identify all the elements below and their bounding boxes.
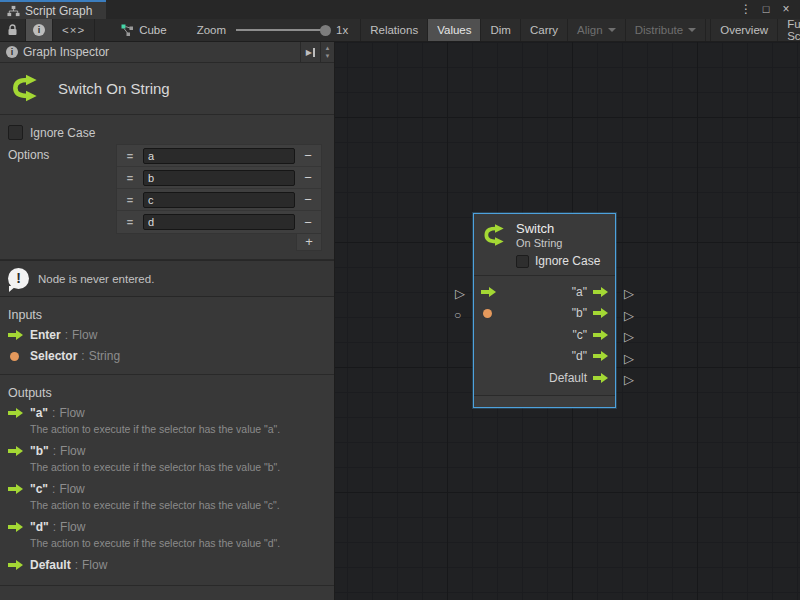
output-port-icon[interactable]	[593, 287, 608, 297]
output-row-d: "d" : Flow	[0, 516, 334, 537]
options-list: = − = − = − =	[116, 144, 322, 251]
chevron-down-icon	[608, 28, 616, 32]
value-port-icon	[10, 352, 19, 361]
remove-option-button[interactable]: −	[295, 148, 321, 163]
output-connection-stub-b[interactable]: ▷	[624, 309, 634, 322]
ignore-case-checkbox[interactable]	[516, 255, 529, 268]
port-row-default: Default	[474, 367, 615, 389]
scroll-down-icon[interactable]: ▼	[325, 53, 331, 59]
tab-label: Script Graph	[25, 4, 92, 18]
port-row-a: "a"	[474, 281, 615, 303]
unit-title-block: Switch On String	[0, 63, 334, 115]
output-connection-stub-c[interactable]: ▷	[624, 330, 634, 343]
values-button[interactable]: Values	[428, 19, 481, 41]
fullscreen-button[interactable]: Full Screen	[778, 19, 800, 41]
maximize-icon[interactable]: □	[758, 0, 774, 19]
options-row: Options = − = − =	[8, 144, 322, 251]
switch-on-string-node[interactable]: Switch On String Ignore Case "a"	[473, 213, 616, 408]
zoom-slider-track	[236, 29, 328, 31]
output-desc: The action to execute if the selector ha…	[0, 461, 334, 478]
unit-title: Switch On String	[58, 80, 170, 97]
remove-option-button[interactable]: −	[295, 215, 321, 230]
distribute-dropdown[interactable]: Distribute	[626, 19, 707, 41]
lock-button[interactable]	[0, 19, 26, 41]
dim-button[interactable]: Dim	[481, 19, 520, 41]
flow-port-icon	[8, 560, 23, 570]
output-desc: The action to execute if the selector ha…	[0, 499, 334, 516]
node-footer	[474, 395, 615, 407]
option-input[interactable]	[143, 192, 295, 208]
option-input[interactable]	[143, 170, 295, 186]
script-graph-window: Script Graph ⋮ □ × i <×>	[0, 0, 800, 600]
inspector-toggle-button[interactable]: i	[26, 19, 53, 41]
output-desc: The action to execute if the selector ha…	[0, 537, 334, 554]
output-connection-stub-a[interactable]: ▷	[624, 287, 634, 300]
node-subtitle: On String	[516, 237, 562, 249]
output-port-icon[interactable]	[593, 308, 608, 318]
output-port-icon[interactable]	[593, 330, 608, 340]
port-row-b: "b"	[474, 303, 615, 325]
output-row-default: Default : Flow	[0, 554, 334, 575]
option-row: = −	[117, 189, 321, 211]
switch-icon	[482, 222, 508, 248]
info-icon: i	[33, 24, 45, 36]
align-dropdown[interactable]: Align	[568, 19, 626, 41]
ignore-case-row: Ignore Case	[8, 125, 326, 140]
switch-icon	[10, 72, 42, 104]
divider	[0, 585, 334, 586]
zoom-slider-knob[interactable]	[320, 25, 331, 36]
flow-port-icon	[8, 330, 23, 340]
option-input[interactable]	[143, 214, 295, 230]
graph-icon	[7, 5, 20, 17]
graph-reference-label: Cube	[139, 24, 167, 36]
tab-script-graph[interactable]: Script Graph	[0, 0, 106, 19]
graph-reference-icon	[121, 24, 134, 37]
code-view-icon: <×>	[62, 24, 85, 36]
input-row-enter: Enter : Flow	[0, 324, 334, 345]
graph-inspector-title-area: i Graph Inspector	[0, 42, 300, 62]
toolbar: i <×> Cube Zoom 1x Relations	[0, 19, 800, 42]
dock-panel-button[interactable]: ▶	[300, 42, 320, 62]
window-controls: ⋮ □ ×	[738, 0, 800, 19]
info-icon: i	[6, 46, 18, 58]
drag-handle-icon[interactable]: =	[117, 216, 143, 228]
output-port-icon[interactable]	[593, 351, 608, 361]
output-connection-stub-d[interactable]: ▷	[624, 352, 634, 365]
overview-button[interactable]: Overview	[711, 19, 778, 41]
scroll-up-icon[interactable]: ▲	[325, 45, 331, 51]
close-icon[interactable]: ×	[778, 0, 794, 19]
remove-option-button[interactable]: −	[295, 192, 321, 207]
option-input[interactable]	[143, 148, 295, 164]
zoom-slider[interactable]	[236, 19, 328, 42]
zoom-value: 1x	[336, 24, 348, 36]
graph-inspector-header: i Graph Inspector ▶ ▲ ▼	[0, 42, 334, 63]
selector-port-icon[interactable]	[483, 309, 492, 318]
options-add-row: +	[116, 234, 322, 251]
enter-connection-stub[interactable]: ▷	[455, 287, 465, 300]
drag-handle-icon[interactable]: =	[117, 172, 143, 184]
output-connection-stub-default[interactable]: ▷	[624, 373, 634, 386]
input-row-selector: Selector : String	[0, 345, 334, 366]
panel-scrollbar[interactable]: ▲ ▼	[320, 42, 334, 62]
warning-box: ! Node is never entered.	[0, 260, 334, 297]
graph-reference[interactable]: Cube	[121, 19, 167, 41]
add-option-button[interactable]: +	[296, 234, 322, 251]
enter-port-icon[interactable]	[481, 287, 496, 297]
carry-button[interactable]: Carry	[521, 19, 568, 41]
preview-code-button[interactable]: <×>	[53, 19, 95, 41]
output-port-icon[interactable]	[593, 373, 608, 383]
drag-handle-icon[interactable]: =	[117, 194, 143, 206]
outputs-heading: Outputs	[0, 375, 334, 402]
graph-canvas[interactable]: Switch On String Ignore Case "a"	[335, 42, 800, 600]
remove-option-button[interactable]: −	[295, 170, 321, 185]
node-body: "a" "b" "c" "d"	[474, 275, 615, 395]
switch-node-wrapper: Switch On String Ignore Case "a"	[473, 213, 616, 408]
drag-handle-icon[interactable]: =	[117, 150, 143, 162]
ignore-case-checkbox[interactable]	[8, 125, 23, 140]
selector-connection-stub[interactable]: ○	[454, 309, 461, 321]
zoom-label: Zoom	[197, 24, 226, 36]
more-menu-icon[interactable]: ⋮	[738, 0, 754, 19]
relations-button[interactable]: Relations	[361, 19, 428, 41]
zoom-control: Zoom 1x	[197, 19, 349, 41]
node-title: Switch	[516, 221, 562, 236]
